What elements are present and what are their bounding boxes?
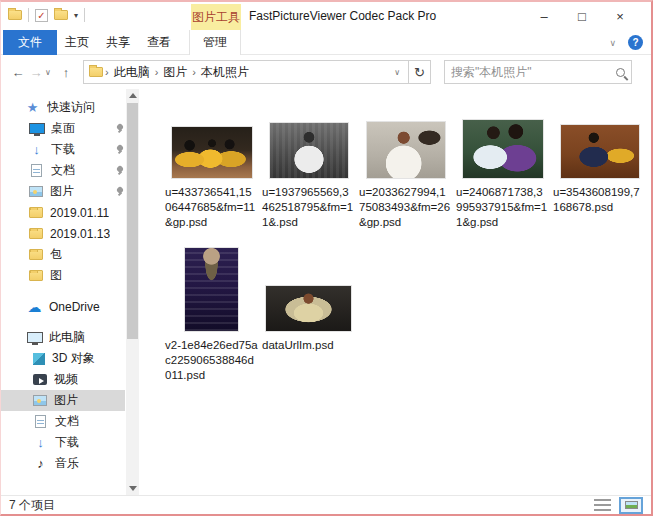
ribbon-collapse-icon[interactable]: ∨ [609, 38, 616, 48]
sidebar-item-label: 3D 对象 [52, 350, 95, 367]
file-list: u=433736541,1506447685&fm=11&gp.psd u=19… [141, 89, 651, 495]
sidebar-item-bao[interactable]: 包 [1, 244, 125, 265]
sidebar-item-onedrive[interactable]: ☁ OneDrive [1, 296, 125, 317]
file-thumbnail[interactable] [269, 122, 349, 179]
back-icon[interactable]: ← [9, 65, 27, 80]
scroll-up-icon[interactable] [129, 93, 137, 98]
file-item[interactable]: dataUrlIm.psd [260, 244, 357, 383]
sidebar-item-pictures-selected[interactable]: 图片 [1, 390, 125, 411]
sidebar-item-quick-access[interactable]: ★ 快速访问 [1, 97, 125, 118]
thumbnail-view-icon[interactable] [619, 497, 643, 514]
file-thumbnail[interactable] [560, 124, 640, 179]
items-count: 7 个项目 [9, 497, 55, 514]
sidebar-item-music[interactable]: ♪ 音乐 [1, 453, 125, 474]
sidebar-item-3d-objects[interactable]: 3D 对象 [1, 348, 125, 369]
file-item[interactable]: u=2406871738,3995937915&fm=11&g.psd [454, 107, 551, 230]
divider [28, 8, 29, 22]
sidebar-item-label: 图片 [54, 392, 78, 409]
sidebar-scrollbar[interactable] [126, 89, 139, 495]
details-view-icon[interactable] [594, 499, 611, 511]
recent-locations-icon[interactable]: ∨ [45, 68, 57, 77]
window-title: FastPictureViewer Codec Pack Pro [249, 9, 436, 23]
address-dropdown-icon[interactable]: ∨ [391, 68, 403, 77]
app-folder-icon [8, 10, 22, 20]
file-item[interactable]: u=3543608199,7168678.psd [551, 107, 648, 230]
pin-icon [115, 166, 125, 176]
close-button[interactable]: × [601, 4, 639, 28]
address-bar-row: ← → ∨ ↑ › 此电脑 › 图片 › 本机照片 ∨ ↻ [1, 55, 651, 89]
address-folder-icon [89, 67, 103, 77]
crumb-separator: › [190, 66, 198, 78]
sidebar-item-videos[interactable]: 视频 [1, 369, 125, 390]
search-icon[interactable] [616, 68, 625, 77]
pin-icon [115, 187, 125, 197]
sidebar-item-label: 文档 [55, 413, 79, 430]
tab-manage[interactable]: 管理 [189, 30, 241, 55]
breadcrumb-local-photos[interactable]: 本机照片 [198, 64, 252, 81]
tab-file[interactable]: 文件 [3, 30, 57, 55]
help-icon[interactable]: ? [628, 35, 643, 50]
sidebar-item-this-pc[interactable]: 此电脑 [1, 327, 125, 348]
sidebar-item-label: 音乐 [55, 455, 79, 472]
file-name: u=2033627994,175083493&fm=26&gp.psd [359, 185, 452, 230]
search-box[interactable] [444, 60, 632, 84]
sidebar-item-label: 图片 [50, 183, 74, 200]
sidebar-item-label: 快速访问 [47, 99, 95, 116]
spacer [1, 317, 141, 327]
file-item[interactable]: u=433736541,1506447685&fm=11&gp.psd [163, 107, 260, 230]
sidebar-item-label: 下载 [55, 434, 79, 451]
scrollbar-thumb[interactable] [127, 103, 138, 339]
spacer [1, 286, 141, 296]
sidebar-item-downloads[interactable]: ↓ 下载 [1, 139, 125, 160]
cube-icon [33, 353, 45, 365]
qat-caret-icon[interactable]: ▾ [74, 11, 78, 20]
sidebar-item-downloads-pc[interactable]: ↓ 下载 [1, 432, 125, 453]
checkbox-icon[interactable]: ✓ [35, 9, 48, 22]
forward-icon[interactable]: → [27, 65, 45, 80]
refresh-button[interactable]: ↻ [409, 60, 431, 84]
divider [84, 8, 85, 22]
file-thumbnail[interactable] [366, 121, 446, 179]
address-bar[interactable]: › 此电脑 › 图片 › 本机照片 ∨ [83, 60, 409, 84]
sidebar-item-label: 此电脑 [49, 329, 85, 346]
sidebar-item-2019-01-13[interactable]: 2019.01.13 [1, 223, 125, 244]
folder-icon [29, 228, 43, 239]
file-item[interactable]: u=1937965569,3462518795&fm=11&.psd [260, 107, 357, 230]
ribbon-tabs: 文件 主页 共享 查看 管理 ∨ ? [1, 30, 651, 55]
picture-icon [33, 395, 47, 406]
file-row-1: u=433736541,1506447685&fm=11&gp.psd u=19… [163, 107, 651, 230]
file-thumbnail[interactable] [265, 285, 352, 332]
breadcrumb-pictures[interactable]: 图片 [160, 64, 190, 81]
sidebar-item-label: 图 [50, 267, 62, 284]
sidebar-item-desktop[interactable]: 桌面 [1, 118, 125, 139]
sidebar-item-label: 桌面 [51, 120, 75, 137]
view-toggles [594, 497, 643, 514]
search-input[interactable] [451, 65, 616, 79]
file-row-2: v2-1e84e26ed75ac225906538846d011.psd dat… [163, 244, 651, 383]
folder-icon[interactable] [54, 10, 68, 20]
file-item[interactable]: v2-1e84e26ed75ac225906538846d011.psd [163, 244, 260, 383]
sidebar-item-tu[interactable]: 图 [1, 265, 125, 286]
sidebar-item-documents-pc[interactable]: 文档 [1, 411, 125, 432]
sidebar-item-label: OneDrive [49, 300, 100, 314]
scroll-down-icon[interactable] [129, 486, 137, 491]
tab-home[interactable]: 主页 [56, 30, 98, 55]
maximize-button[interactable]: □ [563, 4, 601, 28]
minimize-button[interactable]: – [525, 4, 563, 28]
picture-icon [29, 186, 43, 197]
video-icon [33, 374, 47, 385]
file-thumbnail[interactable] [184, 247, 239, 332]
file-thumbnail[interactable] [462, 119, 544, 179]
file-item[interactable]: u=2033627994,175083493&fm=26&gp.psd [357, 107, 454, 230]
file-name: v2-1e84e26ed75ac225906538846d011.psd [165, 338, 258, 383]
file-thumbnail[interactable] [171, 126, 253, 179]
up-icon[interactable]: ↑ [57, 65, 75, 80]
sidebar-item-2019-01-11[interactable]: 2019.01.11 [1, 202, 125, 223]
breadcrumb-this-pc[interactable]: 此电脑 [111, 64, 153, 81]
file-name: u=433736541,1506447685&fm=11&gp.psd [165, 185, 258, 230]
tab-view[interactable]: 查看 [138, 30, 180, 55]
window-controls: – □ × [525, 4, 639, 28]
tab-share[interactable]: 共享 [97, 30, 139, 55]
sidebar-item-pictures[interactable]: 图片 [1, 181, 125, 202]
sidebar-item-documents[interactable]: 文档 [1, 160, 125, 181]
